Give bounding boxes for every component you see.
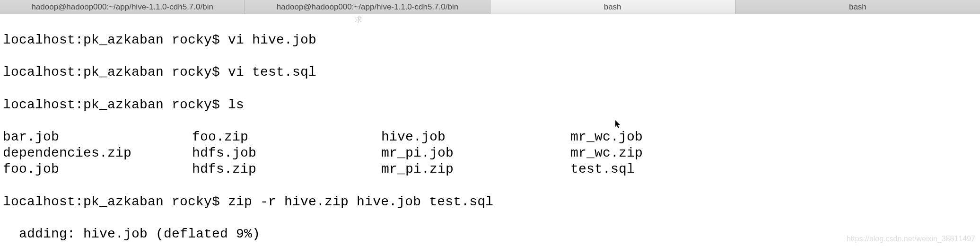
ls-listing: bar.job foo.zip hive.job mr_wc.job depen… <box>3 129 977 177</box>
ls-file: foo.job <box>3 161 192 177</box>
ls-file: mr_pi.job <box>381 145 570 161</box>
command-text: zip -r hive.zip hive.job test.sql <box>228 194 493 209</box>
command-text: vi test.sql <box>228 65 316 79</box>
ls-file: foo.zip <box>192 129 381 145</box>
prompt: localhost:pk_azkaban rocky$ <box>3 65 228 79</box>
prompt: localhost:pk_azkaban rocky$ <box>3 194 228 209</box>
tab-2[interactable]: hadoop@hadoop000:~/app/hive-1.1.0-cdh5.7… <box>245 0 490 14</box>
command-text: ls <box>228 97 244 112</box>
tab-4[interactable]: bash <box>735 0 980 14</box>
ls-file: hdfs.job <box>192 145 381 161</box>
ls-file: hive.job <box>381 129 570 145</box>
terminal-output[interactable]: localhost:pk_azkaban rocky$ vi hive.job … <box>0 14 980 246</box>
ls-file: hdfs.zip <box>192 161 381 177</box>
ls-file: mr_pi.zip <box>381 161 570 177</box>
zip-output: adding: hive.job (deflated 9%) <box>3 226 977 242</box>
prompt: localhost:pk_azkaban rocky$ <box>3 33 228 47</box>
prompt: localhost:pk_azkaban rocky$ <box>3 97 228 112</box>
tab-bar: hadoop@hadoop000:~/app/hive-1.1.0-cdh5.7… <box>0 0 980 14</box>
command-text: vi hive.job <box>228 33 316 47</box>
ls-file: bar.job <box>3 129 192 145</box>
tab-1[interactable]: hadoop@hadoop000:~/app/hive-1.1.0-cdh5.7… <box>0 0 245 14</box>
ls-file: dependencies.zip <box>3 145 192 161</box>
watermark-text: 求 <box>355 15 363 25</box>
ls-file: mr_wc.job <box>570 129 760 145</box>
watermark-url: https://blog.csdn.net/weixin_38811497 <box>847 235 975 243</box>
tab-3[interactable]: bash <box>490 0 735 14</box>
ls-file: mr_wc.zip <box>570 145 760 161</box>
ls-file: test.sql <box>570 161 760 177</box>
